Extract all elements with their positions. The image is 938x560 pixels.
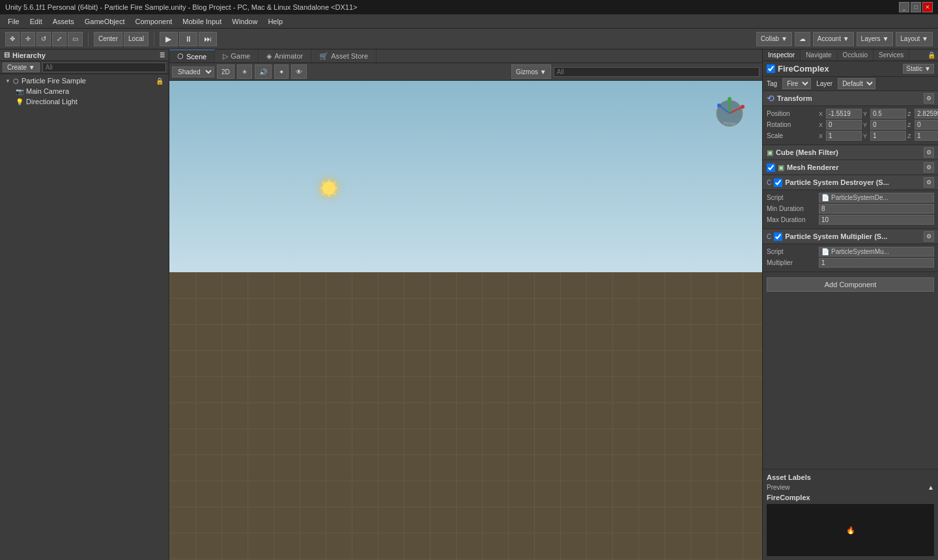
sun-object[interactable] [319, 178, 339, 198]
scale-y[interactable] [870, 131, 906, 141]
menubar: File Edit Assets GameObject Component Mo… [0, 14, 938, 29]
psm-settings[interactable]: ⚙ [924, 231, 934, 242]
transform-settings-icon[interactable]: ⚙ [924, 93, 934, 104]
psm-checkbox[interactable] [774, 232, 782, 241]
menu-mobile-input[interactable]: Mobile Input [177, 16, 227, 27]
store-tab-icon: 🛒 [319, 52, 328, 61]
scene-grid [169, 272, 762, 560]
tag-select[interactable]: Fire [782, 78, 811, 89]
menu-file[interactable]: File [3, 16, 25, 27]
tab-asset-store[interactable]: 🛒 Asset Store [311, 49, 377, 63]
menu-window[interactable]: Window [227, 16, 263, 27]
scale-x-label: X [819, 133, 825, 139]
account-btn[interactable]: Account ▼ [813, 32, 854, 46]
scene-viewport[interactable]: Persp [169, 81, 762, 560]
collab-btn[interactable]: Collab ▼ [756, 32, 792, 46]
inspector-lock-icon[interactable]: 🔒 [925, 49, 938, 61]
close-btn[interactable]: ✕ [922, 2, 933, 12]
maximize-btn[interactable]: □ [911, 2, 921, 12]
pause-btn[interactable]: ⏸ [179, 32, 197, 46]
scale-tool[interactable]: ⤢ [52, 32, 66, 46]
mesh-filter-settings[interactable]: ⚙ [924, 147, 934, 158]
psm-icons: ⚙ [924, 231, 934, 242]
position-x[interactable] [826, 109, 862, 119]
psd-settings[interactable]: ⚙ [924, 177, 934, 188]
hierarchy-search[interactable] [42, 63, 166, 72]
mesh-filter-header[interactable]: ▣ Cube (Mesh Filter) ⚙ [763, 145, 938, 160]
tab-animator[interactable]: ◈ Animator [259, 49, 311, 63]
tree-root[interactable]: ▼ ⬡ Particle Fire Sample 🔒 [0, 76, 169, 86]
tree-main-camera[interactable]: 📷 Main Camera [10, 86, 169, 96]
asset-labels-collapse[interactable]: ▲ [928, 484, 934, 491]
psd-header[interactable]: C Particle System Destroyer (S... ⚙ [763, 175, 938, 190]
cloud-btn[interactable]: ☁ [795, 32, 810, 46]
tree-label-root: Particle Fire Sample [21, 77, 86, 85]
rotate-tool[interactable]: ↺ [36, 32, 51, 46]
menu-help[interactable]: Help [263, 16, 288, 27]
scene-audio-btn[interactable]: 🔊 [255, 64, 272, 79]
move-tool[interactable]: ✛ [21, 32, 35, 46]
transform-component-header[interactable]: ⟲ Transform ⚙ [763, 91, 938, 106]
game-tab-label: Game [231, 52, 250, 60]
mesh-renderer-checkbox[interactable] [767, 163, 775, 172]
mesh-renderer-settings[interactable]: ⚙ [924, 162, 934, 173]
insp-tab-inspector[interactable]: Inspector [763, 49, 801, 61]
rect-tool[interactable]: ▭ [68, 32, 83, 46]
layout-btn[interactable]: Layout ▼ [896, 32, 933, 46]
add-component-btn[interactable]: Add Component [767, 277, 934, 292]
sky-bg [169, 81, 762, 272]
insp-tab-services[interactable]: Services [874, 49, 909, 61]
hand-tool[interactable]: ✥ [5, 32, 20, 46]
psm-header[interactable]: C Particle System Multiplier (S... ⚙ [763, 229, 938, 244]
tree-directional-light[interactable]: 💡 Directional Light [10, 96, 169, 107]
hierarchy-create-btn[interactable]: Create ▼ [3, 63, 40, 72]
object-name: FireComplex [778, 64, 900, 74]
play-btn[interactable]: ▶ [160, 32, 178, 46]
minimize-btn[interactable]: _ [899, 2, 909, 12]
hierarchy-menu-icon[interactable]: ☰ [160, 52, 165, 59]
menu-gameobject[interactable]: GameObject [79, 16, 130, 27]
hierarchy-tree: ▼ ⬡ Particle Fire Sample 🔒 📷 Main Camera… [0, 74, 169, 560]
scene-light-btn[interactable]: ☀ [237, 64, 252, 79]
max-duration-input[interactable] [819, 215, 934, 225]
layers-btn[interactable]: Layers ▼ [857, 32, 894, 46]
insp-tab-navigate[interactable]: Navigate [801, 49, 837, 61]
scale-z[interactable] [915, 131, 938, 141]
multiplier-row: Multiplier [767, 258, 934, 268]
tab-game[interactable]: ▷ Game [215, 49, 259, 63]
scene-gizmo[interactable]: Persp [710, 94, 749, 133]
game-tab-icon: ▷ [223, 52, 228, 61]
shading-dropdown[interactable]: Shaded [172, 66, 214, 77]
layer-select[interactable]: Default [838, 78, 875, 89]
position-y[interactable] [870, 109, 906, 119]
min-duration-input[interactable] [819, 204, 934, 214]
rotation-y[interactable] [870, 120, 906, 130]
scale-x[interactable] [826, 131, 862, 141]
static-btn[interactable]: Static ▼ [903, 64, 934, 74]
pos-x-label: X [819, 111, 825, 117]
svg-point-10 [741, 105, 745, 109]
menu-edit[interactable]: Edit [25, 16, 48, 27]
tab-scene[interactable]: ⬡ Scene [169, 49, 215, 63]
scene-effects-btn[interactable]: ✦ [274, 64, 289, 79]
step-btn[interactable]: ⏭ [199, 32, 217, 46]
local-btn[interactable]: Local [124, 32, 149, 46]
scene-2d-btn[interactable]: 2D [217, 64, 234, 79]
menu-assets[interactable]: Assets [48, 16, 79, 27]
gizmos-btn[interactable]: Gizmos ▼ [511, 64, 551, 79]
menu-component[interactable]: Component [130, 16, 177, 27]
rot-z-label: Z [907, 122, 914, 128]
mesh-renderer-header[interactable]: ▣ Mesh Renderer ⚙ [763, 160, 938, 175]
center-btn[interactable]: Center [94, 32, 122, 46]
titlebar-controls[interactable]: _ □ ✕ [899, 2, 933, 12]
object-active-checkbox[interactable] [767, 64, 775, 73]
rotation-x[interactable] [826, 120, 862, 130]
scene-search[interactable] [554, 67, 760, 77]
scene-hidden-btn[interactable]: 👁 [291, 64, 307, 79]
transform-body: Position X Y Z Rota [763, 106, 938, 145]
position-z[interactable] [915, 109, 938, 119]
rotation-z[interactable] [915, 120, 938, 130]
psd-checkbox[interactable] [774, 178, 782, 187]
multiplier-input[interactable] [819, 258, 934, 268]
insp-tab-occlusio[interactable]: Occlusio [838, 49, 874, 61]
